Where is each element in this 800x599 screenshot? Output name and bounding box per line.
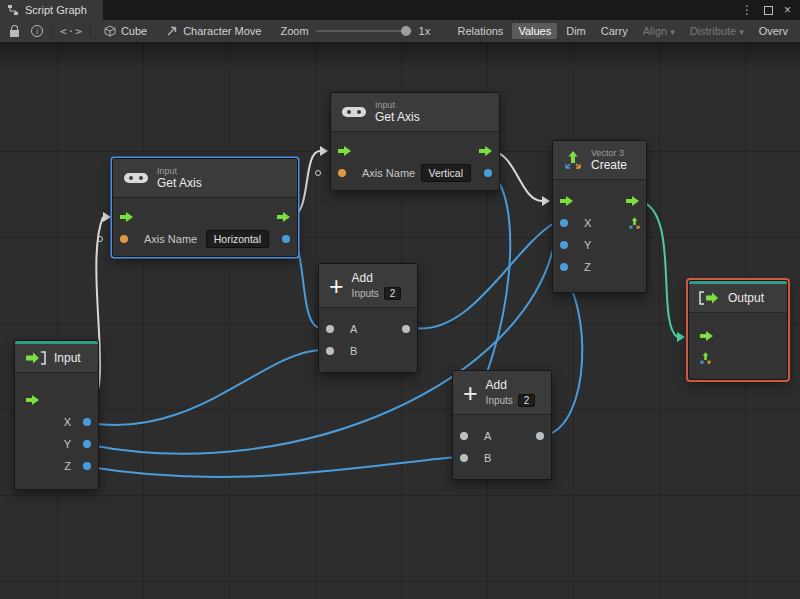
- node-vector3-create[interactable]: Vector 3 Create X: [552, 140, 647, 293]
- breadcrumb-character-move[interactable]: Character Move: [160, 23, 267, 39]
- cube-icon: [104, 25, 116, 37]
- exec-in-port[interactable]: [700, 331, 713, 341]
- values-button[interactable]: Values: [512, 23, 557, 39]
- node-add-2[interactable]: + Add Inputs 2 A B: [452, 370, 552, 480]
- param-row: Axis Name Vertical: [331, 162, 499, 184]
- axis-name-value[interactable]: Vertical: [421, 164, 471, 182]
- node-get-axis-vertical[interactable]: Input Get Axis Axis Name Vertical: [330, 92, 500, 191]
- graph-canvas[interactable]: Input Get Axis Axis Name Vertical: [0, 43, 800, 599]
- exec-out-port[interactable]: [479, 146, 492, 156]
- exec-out-port[interactable]: [26, 395, 39, 405]
- string-port[interactable]: [120, 235, 128, 243]
- graph-toolbar: i <·> Cube Character Move Zoom 1x Relati…: [0, 20, 800, 43]
- node-input-event[interactable]: Input X Y Z: [14, 340, 99, 490]
- inputs-count[interactable]: 2: [384, 287, 402, 300]
- plus-icon: +: [329, 274, 344, 298]
- float-out-port[interactable]: [282, 235, 290, 243]
- node-title: Output: [728, 291, 764, 305]
- port-row-z: Z: [15, 455, 98, 477]
- kebab-menu-icon[interactable]: ⋮: [741, 4, 753, 16]
- node-category: Input: [375, 100, 420, 110]
- exec-out-port[interactable]: [277, 212, 290, 222]
- zoom-slider-knob[interactable]: [401, 26, 411, 36]
- axis-name-value[interactable]: Horizontal: [206, 230, 269, 248]
- node-title: Input: [54, 351, 81, 365]
- sum-out-port[interactable]: [402, 325, 410, 333]
- node-header: Input Get Axis: [331, 93, 499, 132]
- vector3-in-port[interactable]: [699, 352, 712, 365]
- wire-arrowhead: [677, 332, 685, 342]
- input-port-x[interactable]: [560, 219, 568, 227]
- zoom-value: 1x: [419, 25, 431, 37]
- node-category: Input: [157, 166, 202, 176]
- unity-script-graph-window: Script Graph ⋮ × i <·> Cube Character: [0, 0, 800, 599]
- node-add-1[interactable]: + Add Inputs 2 A B: [318, 263, 418, 373]
- exec-out-port[interactable]: [626, 196, 639, 206]
- unconnected-input-port[interactable]: [315, 170, 321, 176]
- wire-input-z-to-add2-b[interactable]: [90, 457, 456, 477]
- distribute-dropdown[interactable]: Distribute▾: [684, 23, 750, 39]
- exec-in-port[interactable]: [120, 212, 133, 222]
- wire-arrowhead: [103, 212, 111, 222]
- node-header: + Add Inputs 2: [453, 371, 551, 415]
- output-port-z[interactable]: [83, 462, 91, 470]
- node-output-event[interactable]: Output: [688, 280, 788, 380]
- input-port-b[interactable]: [460, 454, 468, 462]
- node-header: + Add Inputs 2: [319, 264, 417, 308]
- unconnected-input-port[interactable]: [97, 236, 103, 242]
- wire-add1-to-create-x[interactable]: [415, 223, 554, 328]
- float-out-port[interactable]: [484, 169, 492, 177]
- port-row-b: B: [453, 447, 551, 469]
- info-icon[interactable]: i: [29, 23, 45, 39]
- breadcrumb-character-move-label: Character Move: [183, 25, 261, 37]
- maximize-icon[interactable]: [764, 6, 773, 15]
- node-title: Add: [486, 378, 536, 392]
- exec-row: [331, 140, 499, 162]
- string-port[interactable]: [338, 169, 346, 177]
- align-dropdown[interactable]: Align▾: [637, 23, 681, 39]
- node-get-axis-horizontal[interactable]: Input Get Axis Axis Name Horizontal: [112, 158, 298, 257]
- input-port-y[interactable]: [560, 241, 568, 249]
- input-port-z[interactable]: [560, 263, 568, 271]
- wire-input-x-to-add1-b[interactable]: [90, 350, 320, 425]
- script-graph-tab-icon: [7, 4, 19, 16]
- exec-row: [15, 389, 98, 411]
- exec-in-port[interactable]: [560, 196, 573, 206]
- vector-in-row: [689, 347, 787, 369]
- input-event-icon: [25, 351, 46, 365]
- vector3-result-port[interactable]: [628, 217, 641, 230]
- output-event-icon: [699, 291, 720, 305]
- port-row-a: A: [453, 425, 551, 447]
- zoom-slider[interactable]: [316, 30, 412, 32]
- fit-graph-icon[interactable]: <·>: [60, 23, 83, 39]
- output-port-y[interactable]: [83, 440, 91, 448]
- relations-button[interactable]: Relations: [452, 23, 510, 39]
- output-port-x[interactable]: [83, 418, 91, 426]
- breadcrumb-cube[interactable]: Cube: [98, 23, 153, 39]
- exec-row: [113, 206, 297, 228]
- param-label: Axis Name: [362, 167, 415, 179]
- overview-button[interactable]: Overv: [753, 23, 794, 39]
- dim-button[interactable]: Dim: [560, 23, 592, 39]
- inputs-label: Inputs: [486, 395, 513, 406]
- port-row-x: X: [553, 212, 646, 234]
- node-category: Vector 3: [591, 148, 627, 158]
- lock-icon[interactable]: [6, 23, 22, 39]
- gamepad-icon: [341, 105, 367, 119]
- inputs-label: Inputs: [352, 288, 379, 299]
- node-header: Output: [689, 284, 787, 313]
- close-icon[interactable]: ×: [784, 4, 791, 16]
- exec-in-port[interactable]: [338, 146, 351, 156]
- port-row-z: Z: [553, 256, 646, 278]
- graph-asset-icon: [166, 25, 178, 37]
- input-port-a[interactable]: [460, 432, 468, 440]
- tab-script-graph[interactable]: Script Graph: [0, 0, 103, 20]
- input-port-b[interactable]: [326, 347, 334, 355]
- zoom-label: Zoom: [280, 25, 308, 37]
- port-row-x: X: [15, 411, 98, 433]
- input-port-a[interactable]: [326, 325, 334, 333]
- node-title: Get Axis: [157, 176, 202, 190]
- sum-out-port[interactable]: [536, 432, 544, 440]
- inputs-count[interactable]: 2: [518, 394, 536, 407]
- carry-button[interactable]: Carry: [595, 23, 634, 39]
